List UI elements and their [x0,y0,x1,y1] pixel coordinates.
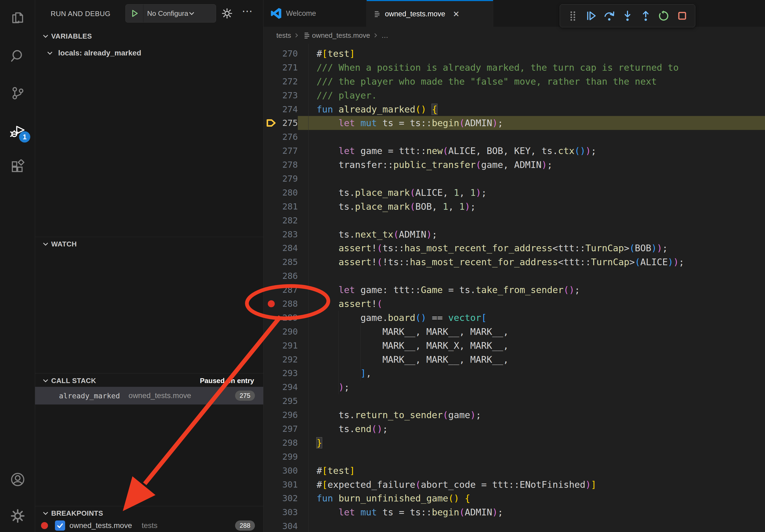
gutter[interactable] [264,311,279,325]
section-divider [35,373,263,374]
gutter[interactable] [264,519,279,532]
explorer-icon[interactable] [0,3,35,35]
gutter-divider [308,44,309,532]
gutter[interactable] [264,241,279,255]
code-line-text: ts.place_mark(BOB, 1, 1); [298,199,765,213]
chevron-down-icon [42,377,49,384]
paused-status: Paused on entry [200,375,254,387]
start-debugging-button[interactable] [126,5,143,22]
check-icon [56,522,64,530]
gutter[interactable] [264,227,279,241]
gutter[interactable] [264,255,279,269]
gutter[interactable] [264,353,279,367]
code-line-text: fun already_marked() { [298,102,765,116]
code-line-text: let game: ttt::Game = ts.take_from_sende… [298,283,765,297]
code-line-text: assert!(ts::has_most_recent_for_address<… [298,241,765,255]
call-stack-section-header[interactable]: CALL STACK Paused on entry [35,375,263,387]
watch-section-header[interactable]: WATCH [35,238,263,250]
gutter[interactable] [264,339,279,353]
breakpoint-list-item[interactable]: owned_tests.move tests 288 [35,519,263,532]
code-line-text: } [298,436,765,450]
gutter[interactable] [264,394,279,408]
account-icon[interactable] [0,463,35,496]
tab-owned-tests[interactable]: owned_tests.move ✕ [367,0,493,27]
drag-grip-icon[interactable] [567,10,579,22]
breadcrumb-item-tests[interactable]: tests [276,31,291,40]
gutter[interactable] [264,408,279,422]
variables-section-header[interactable]: VARIABLES [35,30,263,42]
line-number: 287 [279,285,298,295]
code-line-text: fun burn_unfinished_game() { [298,492,765,505]
breadcrumb-item-symbol[interactable]: … [382,31,388,40]
code-line-text: /// When a position is already marked, t… [298,61,765,75]
source-control-icon[interactable] [0,77,35,109]
step-out-button[interactable] [640,10,652,22]
frame-function-name: already_marked [59,392,120,400]
code-line: 300#[test] [264,464,765,478]
breakpoint-checkbox[interactable] [55,520,65,531]
extensions-icon[interactable] [0,151,35,183]
gutter[interactable] [264,144,279,158]
vscode-logo-icon [271,8,282,19]
code-line-text: ], [298,366,765,380]
continue-button[interactable] [585,10,597,22]
gutter[interactable] [264,380,279,394]
call-stack-label: CALL STACK [51,377,96,385]
gutter[interactable] [264,283,279,297]
gutter[interactable] [264,158,279,172]
gutter[interactable] [264,213,279,227]
gutter[interactable] [264,269,279,283]
gutter[interactable] [264,436,279,450]
search-icon[interactable] [0,40,35,72]
more-actions-icon[interactable]: ⋯ [240,5,255,21]
chevron-down-icon [46,50,53,57]
gutter[interactable] [264,366,279,380]
run-and-debug-icon[interactable]: 1 [0,115,35,147]
step-over-button[interactable] [603,10,615,22]
line-number: 302 [279,493,298,503]
gutter[interactable] [264,116,279,130]
gutter[interactable] [264,422,279,436]
close-icon[interactable]: ✕ [453,9,459,19]
debug-settings-gear-icon[interactable] [221,8,233,19]
line-number: 273 [279,90,298,101]
settings-gear-icon[interactable] [0,500,35,532]
chevron-down-icon [42,33,49,40]
code-line-text [298,394,765,408]
gutter[interactable] [264,492,279,505]
gutter[interactable] [264,102,279,116]
gutter[interactable] [264,199,279,213]
gutter[interactable] [264,47,279,61]
restart-button[interactable] [658,10,670,22]
gutter[interactable] [264,464,279,478]
code-line: 292 MARK__, MARK__, MARK__, [264,353,765,367]
code-line-text: MARK__, MARK__, MARK__, [298,353,765,367]
code-line: 276 [264,130,765,144]
code-line: 297 ts.end(); [264,422,765,436]
gutter[interactable] [264,505,279,519]
gutter[interactable] [264,89,279,102]
code-line: 282 [264,213,765,227]
tab-welcome[interactable]: Welcome [264,0,367,27]
gutter[interactable] [264,325,279,339]
call-stack-frame-row[interactable]: already_marked owned_tests.move 275 [35,387,263,404]
sidebar-header: RUN AND DEBUG No Configura ⋯ [35,0,263,27]
sidebar-title: RUN AND DEBUG [51,10,110,18]
breakpoints-section-header[interactable]: BREAKPOINTS [35,507,263,519]
debug-configuration-dropdown[interactable]: No Configura [143,9,216,18]
gutter[interactable] [264,75,279,89]
code-line: 271/// When a position is already marked… [264,61,765,75]
gutter[interactable] [264,450,279,464]
code-line: 284 assert!(ts::has_most_recent_for_addr… [264,241,765,255]
code-editor[interactable]: 270#[test]271/// When a position is alre… [264,44,765,532]
gutter[interactable] [264,186,279,199]
step-into-button[interactable] [621,10,634,22]
breadcrumb-item-file[interactable]: owned_tests.move [312,31,370,40]
gutter[interactable] [264,172,279,186]
breakpoint-gutter[interactable] [264,297,279,311]
stop-button[interactable] [676,10,688,22]
variables-scope-row[interactable]: locals: already_marked [35,46,263,60]
gutter[interactable] [264,61,279,75]
gutter[interactable] [264,130,279,144]
gutter[interactable] [264,478,279,492]
